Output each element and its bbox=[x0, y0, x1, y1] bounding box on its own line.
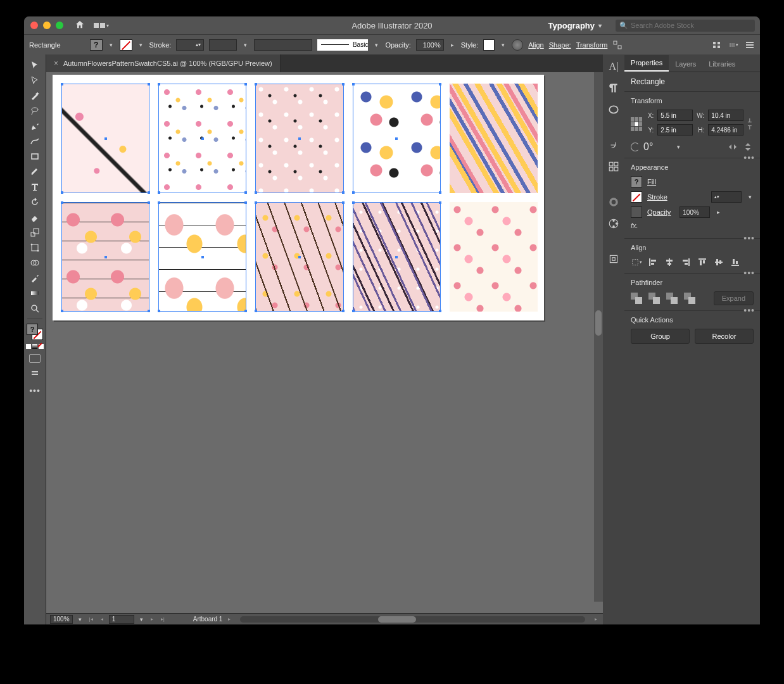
recolor-artwork-button[interactable] bbox=[512, 39, 523, 51]
eyedropper-tool[interactable] bbox=[26, 271, 44, 285]
chevron-down-icon[interactable]: ▾ bbox=[108, 42, 115, 48]
chevron-down-icon[interactable]: ▾ bbox=[500, 42, 507, 48]
chevron-right-icon[interactable]: ▸ bbox=[715, 209, 722, 215]
minimize-window-button[interactable] bbox=[43, 22, 51, 29]
control-menu-icon[interactable] bbox=[745, 40, 755, 50]
opacity-swatch[interactable] bbox=[631, 206, 642, 218]
color-guide-panel-icon[interactable] bbox=[607, 217, 621, 231]
pattern-swatch[interactable] bbox=[61, 84, 149, 193]
align-left-icon[interactable] bbox=[647, 256, 659, 268]
w-field[interactable]: 10.4 in bbox=[708, 110, 743, 121]
character-panel-icon[interactable]: A| bbox=[607, 60, 621, 73]
last-artboard-icon[interactable]: ▸| bbox=[159, 616, 167, 622]
pattern-swatch[interactable] bbox=[450, 202, 538, 312]
align-right-icon[interactable] bbox=[680, 256, 692, 268]
chevron-right-icon[interactable]: ▸ bbox=[226, 616, 232, 622]
align-center-h-icon[interactable] bbox=[664, 256, 675, 268]
swatches-panel-icon[interactable] bbox=[607, 160, 621, 174]
chevron-down-icon[interactable]: ▾ bbox=[675, 144, 682, 150]
flip-horizontal-icon[interactable] bbox=[727, 141, 738, 153]
type-tool[interactable] bbox=[26, 180, 44, 194]
variable-width-profile[interactable] bbox=[209, 39, 237, 51]
gradient-tool[interactable] bbox=[26, 286, 44, 300]
rotate-field[interactable]: 0° bbox=[643, 141, 671, 153]
align-bottom-icon[interactable] bbox=[730, 256, 741, 268]
tab-libraries[interactable]: Libraries bbox=[702, 56, 742, 72]
stroke-weight-field[interactable]: ▴▾ bbox=[711, 191, 742, 203]
document-tab[interactable]: × AutumnFlowersPatternSwatchCS5.ai @ 100… bbox=[46, 54, 281, 72]
fill-stroke-indicator[interactable] bbox=[27, 324, 43, 340]
rotate-tool[interactable] bbox=[26, 195, 44, 209]
align-center-v-icon[interactable] bbox=[713, 256, 724, 268]
graphic-style-swatch[interactable] bbox=[483, 39, 495, 51]
fill-swatch[interactable] bbox=[631, 176, 642, 187]
tab-properties[interactable]: Properties bbox=[624, 55, 669, 72]
fill-box[interactable] bbox=[27, 324, 38, 335]
scale-tool[interactable] bbox=[26, 225, 44, 239]
first-artboard-icon[interactable]: |◂ bbox=[87, 616, 95, 622]
chevron-right-icon[interactable]: ▸ bbox=[449, 42, 456, 48]
curvature-tool[interactable] bbox=[26, 134, 44, 148]
pattern-swatch[interactable] bbox=[255, 202, 343, 312]
more-tools-icon[interactable]: ••• bbox=[29, 386, 41, 396]
zoom-field[interactable]: 100% bbox=[50, 615, 73, 624]
isolate-object-icon[interactable] bbox=[612, 40, 623, 50]
opacity-value-field[interactable]: 100% bbox=[680, 206, 710, 218]
arrange-documents-button[interactable]: ▾ bbox=[94, 23, 109, 28]
horizontal-scrollbar[interactable] bbox=[240, 616, 585, 623]
workspace-switcher[interactable]: Typography ▾ bbox=[548, 21, 602, 30]
maximize-window-button[interactable] bbox=[56, 22, 63, 29]
pattern-swatch[interactable] bbox=[158, 202, 246, 312]
lasso-tool[interactable] bbox=[26, 104, 44, 118]
arrange-icon[interactable]: ▾ bbox=[728, 40, 738, 50]
transform-link[interactable]: Transform bbox=[576, 41, 608, 49]
edit-toolbar-button[interactable] bbox=[26, 367, 44, 381]
stroke-swatch[interactable] bbox=[120, 39, 132, 51]
vertical-scrollbar[interactable] bbox=[594, 72, 603, 602]
opentype-panel-icon[interactable] bbox=[607, 103, 621, 117]
chevron-down-icon[interactable]: ▾ bbox=[747, 194, 754, 200]
chevron-down-icon[interactable]: ▾ bbox=[138, 616, 145, 623]
chevron-down-icon[interactable]: ▾ bbox=[77, 616, 84, 623]
unite-icon[interactable] bbox=[631, 293, 642, 304]
align-top-icon[interactable] bbox=[697, 256, 708, 268]
pattern-swatch[interactable] bbox=[450, 84, 538, 193]
brush-definition-dd[interactable] bbox=[254, 39, 312, 51]
pattern-swatch[interactable] bbox=[61, 202, 149, 312]
magic-wand-tool[interactable] bbox=[26, 89, 44, 103]
color-mode-icon[interactable] bbox=[26, 344, 31, 349]
exclude-icon[interactable] bbox=[684, 293, 695, 304]
chevron-down-icon[interactable]: ▾ bbox=[137, 42, 144, 48]
color-panel-icon[interactable] bbox=[607, 195, 621, 209]
free-transform-tool[interactable] bbox=[26, 241, 44, 255]
opacity-field[interactable]: 100% bbox=[416, 39, 444, 51]
pattern-swatch[interactable] bbox=[158, 84, 246, 193]
close-window-button[interactable] bbox=[30, 22, 38, 29]
stroke-weight-field[interactable]: ▴▾ bbox=[176, 39, 204, 51]
screen-mode-button[interactable] bbox=[29, 354, 41, 363]
shape-builder-tool[interactable] bbox=[26, 256, 44, 270]
x-field[interactable]: 5.5 in bbox=[657, 110, 693, 121]
fill-swatch[interactable] bbox=[90, 39, 103, 51]
gradient-mode-icon[interactable] bbox=[32, 344, 37, 349]
direct-selection-tool[interactable] bbox=[26, 73, 44, 87]
h-field[interactable]: 4.2486 in bbox=[708, 124, 743, 136]
intersect-icon[interactable] bbox=[666, 293, 678, 304]
brush-preview[interactable]: Basic bbox=[317, 39, 368, 51]
scroll-right-icon[interactable]: ▸ bbox=[593, 616, 599, 622]
scrollbar-thumb[interactable] bbox=[595, 310, 602, 336]
align-link[interactable]: Align bbox=[528, 41, 543, 49]
eraser-tool[interactable] bbox=[26, 210, 44, 224]
stroke-panel-icon[interactable] bbox=[607, 252, 621, 266]
none-mode-icon[interactable] bbox=[39, 344, 44, 349]
chevron-down-icon[interactable]: ▾ bbox=[242, 42, 249, 48]
group-button[interactable]: Group bbox=[631, 329, 690, 344]
align-to-menu[interactable]: ▾ bbox=[631, 256, 642, 268]
scrollbar-thumb[interactable] bbox=[378, 616, 416, 623]
paragraph-panel-icon[interactable] bbox=[607, 81, 621, 95]
constrain-proportions-icon[interactable] bbox=[746, 114, 754, 134]
tab-layers[interactable]: Layers bbox=[669, 56, 702, 72]
opacity-link[interactable]: Opacity bbox=[647, 208, 671, 216]
pattern-swatch[interactable] bbox=[353, 202, 441, 312]
next-artboard-icon[interactable]: ▸ bbox=[149, 616, 155, 622]
